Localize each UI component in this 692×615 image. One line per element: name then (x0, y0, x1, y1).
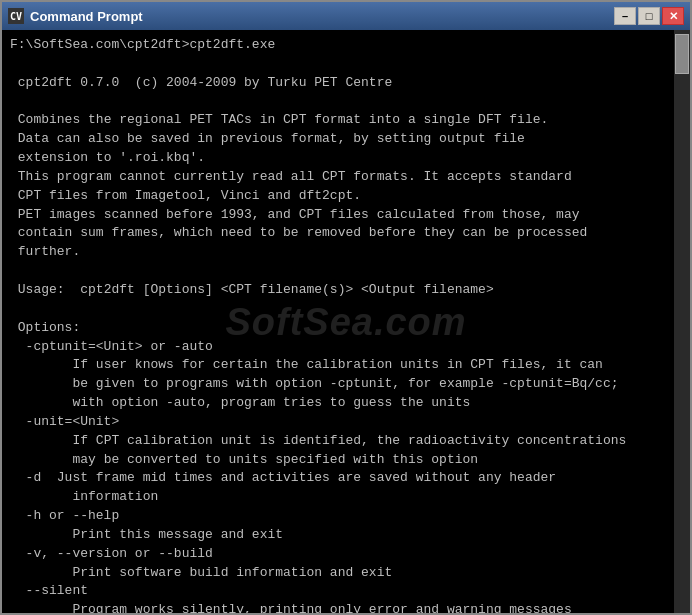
main-window: CV Command Prompt – □ ✕ F:\SoftSea.com\c… (0, 0, 692, 615)
scrollbar[interactable] (674, 30, 690, 613)
window-title: Command Prompt (30, 9, 614, 24)
maximize-button[interactable]: □ (638, 7, 660, 25)
scrollbar-thumb[interactable] (675, 34, 689, 74)
console-output: F:\SoftSea.com\cpt2dft>cpt2dft.exe cpt2d… (2, 30, 674, 613)
close-button[interactable]: ✕ (662, 7, 684, 25)
window-icon: CV (8, 8, 24, 24)
minimize-button[interactable]: – (614, 7, 636, 25)
window-controls: – □ ✕ (614, 7, 684, 25)
title-bar: CV Command Prompt – □ ✕ (2, 2, 690, 30)
console-area: F:\SoftSea.com\cpt2dft>cpt2dft.exe cpt2d… (2, 30, 690, 613)
